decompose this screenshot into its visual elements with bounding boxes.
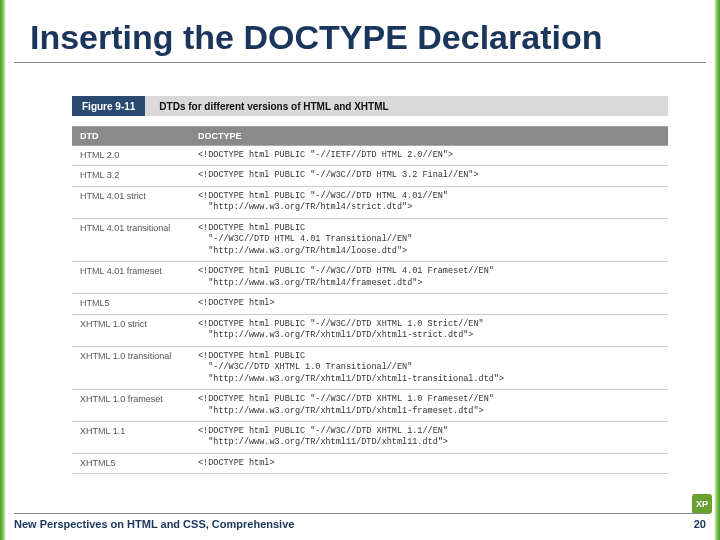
table-row: XHTML 1.0 transitional<!DOCTYPE html PUB… xyxy=(72,346,668,389)
footer-book-title: New Perspectives on HTML and CSS, Compre… xyxy=(14,518,294,530)
xp-badge-icon: XP xyxy=(692,494,712,514)
right-accent xyxy=(714,0,720,540)
table-row: HTML 4.01 transitional<!DOCTYPE html PUB… xyxy=(72,218,668,261)
dtd-cell: XHTML5 xyxy=(72,453,190,473)
dtd-cell: HTML 2.0 xyxy=(72,146,190,166)
dtd-cell: HTML5 xyxy=(72,294,190,314)
doctype-cell: <!DOCTYPE html PUBLIC "-//W3C//DTD XHTML… xyxy=(190,390,668,422)
doctype-cell: <!DOCTYPE html PUBLIC "-//W3C//DTD XHTML… xyxy=(190,314,668,346)
dtd-cell: HTML 4.01 frameset xyxy=(72,262,190,294)
figure-caption: DTDs for different versions of HTML and … xyxy=(145,101,388,112)
dtd-cell: HTML 4.01 transitional xyxy=(72,218,190,261)
table-row: XHTML 1.0 frameset<!DOCTYPE html PUBLIC … xyxy=(72,390,668,422)
doctype-table: DTD DOCTYPE HTML 2.0<!DOCTYPE html PUBLI… xyxy=(72,126,668,474)
figure-number-badge: Figure 9-11 xyxy=(72,96,145,116)
table-row: HTML 3.2<!DOCTYPE html PUBLIC "-//W3C//D… xyxy=(72,166,668,186)
table-row: HTML 4.01 strict<!DOCTYPE html PUBLIC "-… xyxy=(72,186,668,218)
footer-page-number: 20 xyxy=(694,518,706,530)
dtd-cell: HTML 3.2 xyxy=(72,166,190,186)
doctype-cell: <!DOCTYPE html PUBLIC "-//W3C//DTD HTML … xyxy=(190,262,668,294)
footer: New Perspectives on HTML and CSS, Compre… xyxy=(14,513,706,530)
table-row: XHTML5<!DOCTYPE html> xyxy=(72,453,668,473)
doctype-cell: <!DOCTYPE html PUBLIC "-//W3C//DTD XHTML… xyxy=(190,421,668,453)
dtd-cell: XHTML 1.0 frameset xyxy=(72,390,190,422)
doctype-cell: <!DOCTYPE html PUBLIC "-//IETF//DTD HTML… xyxy=(190,146,668,166)
col-header-doctype: DOCTYPE xyxy=(190,127,668,146)
col-header-dtd: DTD xyxy=(72,127,190,146)
doctype-cell: <!DOCTYPE html PUBLIC "-//W3C//DTD HTML … xyxy=(190,186,668,218)
dtd-cell: HTML 4.01 strict xyxy=(72,186,190,218)
figure-header: Figure 9-11 DTDs for different versions … xyxy=(72,96,668,116)
left-accent xyxy=(0,0,6,540)
doctype-cell: <!DOCTYPE html PUBLIC "-//W3C//DTD XHTML… xyxy=(190,346,668,389)
doctype-cell: <!DOCTYPE html PUBLIC "-//W3C//DTD HTML … xyxy=(190,218,668,261)
figure-container: Figure 9-11 DTDs for different versions … xyxy=(72,96,668,474)
doctype-cell: <!DOCTYPE html> xyxy=(190,294,668,314)
dtd-cell: XHTML 1.0 strict xyxy=(72,314,190,346)
table-row: XHTML 1.1<!DOCTYPE html PUBLIC "-//W3C//… xyxy=(72,421,668,453)
table-row: HTML5<!DOCTYPE html> xyxy=(72,294,668,314)
title-underline xyxy=(14,62,706,63)
doctype-cell: <!DOCTYPE html> xyxy=(190,453,668,473)
table-row: HTML 2.0<!DOCTYPE html PUBLIC "-//IETF//… xyxy=(72,146,668,166)
dtd-cell: XHTML 1.1 xyxy=(72,421,190,453)
table-row: XHTML 1.0 strict<!DOCTYPE html PUBLIC "-… xyxy=(72,314,668,346)
table-row: HTML 4.01 frameset<!DOCTYPE html PUBLIC … xyxy=(72,262,668,294)
slide-title: Inserting the DOCTYPE Declaration xyxy=(30,18,602,57)
dtd-cell: XHTML 1.0 transitional xyxy=(72,346,190,389)
doctype-cell: <!DOCTYPE html PUBLIC "-//W3C//DTD HTML … xyxy=(190,166,668,186)
